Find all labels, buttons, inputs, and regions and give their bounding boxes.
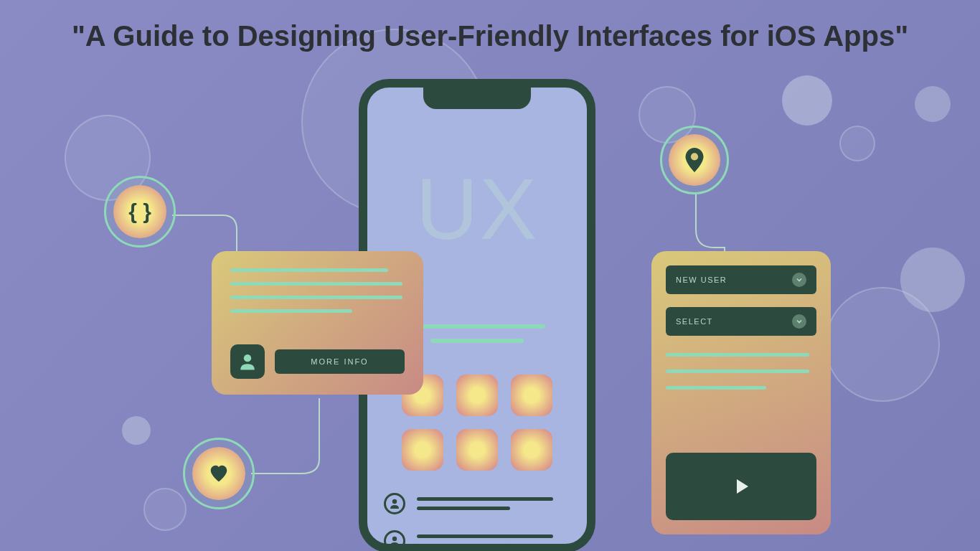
dropdown-label: SELECT <box>676 317 713 326</box>
ux-hero-text: UX <box>416 159 539 258</box>
bg-circle <box>122 416 151 445</box>
bg-circle <box>839 126 875 161</box>
info-card: MORE INFO <box>212 251 423 395</box>
code-badge: { } <box>104 176 176 248</box>
form-panel: NEW USER SELECT <box>651 251 831 534</box>
dropdown-label: NEW USER <box>676 276 727 284</box>
app-icon <box>511 375 552 416</box>
heart-badge <box>183 438 255 509</box>
svg-point-3 <box>244 354 251 362</box>
app-icon-grid <box>402 375 552 471</box>
person-icon <box>384 493 405 514</box>
page-title: "A Guide to Designing User-Friendly Inte… <box>0 20 980 52</box>
text-line <box>230 296 402 299</box>
bg-circle <box>143 488 187 531</box>
app-icon <box>511 429 552 471</box>
list-item <box>384 493 570 514</box>
location-pin-icon <box>669 134 720 186</box>
location-badge <box>660 126 729 194</box>
play-icon <box>728 474 754 499</box>
person-icon <box>384 530 405 551</box>
app-icon <box>456 375 498 416</box>
heart-icon <box>192 447 245 500</box>
svg-point-1 <box>392 537 397 541</box>
text-line <box>230 309 352 313</box>
user-list <box>384 493 570 551</box>
list-item <box>384 530 570 551</box>
play-button[interactable] <box>666 453 816 520</box>
chevron-down-icon <box>792 314 806 329</box>
bg-circle <box>915 86 951 122</box>
phone-notch <box>423 86 531 109</box>
bg-circle <box>782 75 832 126</box>
person-icon <box>230 344 265 379</box>
svg-point-0 <box>392 499 397 504</box>
svg-point-4 <box>691 153 698 160</box>
app-icon <box>402 429 443 471</box>
select-dropdown[interactable]: SELECT <box>666 307 816 336</box>
more-info-button[interactable]: MORE INFO <box>275 349 405 374</box>
button-label: MORE INFO <box>311 357 368 366</box>
text-line <box>230 268 388 272</box>
new-user-dropdown[interactable]: NEW USER <box>666 265 816 294</box>
text-line <box>230 282 402 286</box>
phone-text-lines <box>409 324 545 343</box>
chevron-down-icon <box>792 273 806 287</box>
panel-text-lines <box>666 353 816 390</box>
braces-icon: { } <box>113 185 166 238</box>
app-icon <box>456 429 498 471</box>
bg-circle <box>900 248 965 312</box>
